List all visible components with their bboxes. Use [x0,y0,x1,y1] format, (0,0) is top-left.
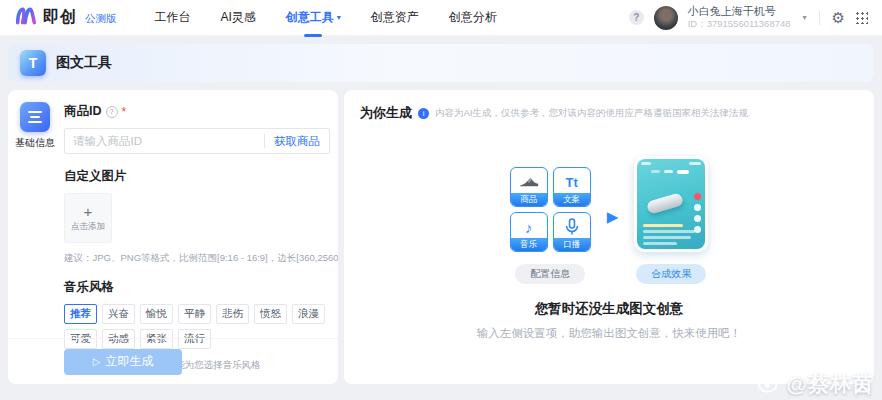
generate-button[interactable]: ▷ 立即生成 [64,349,182,375]
avatar[interactable] [654,6,678,30]
product-id-input[interactable] [65,135,264,147]
preview-title: 为你生成 [360,104,412,122]
tab-label: 基础信息 [15,136,55,150]
config-column: 商品 Tt 文案 ♪ 音乐 [510,167,591,284]
page-header: T 图文工具 [8,44,874,82]
config-grid: 商品 Tt 文案 ♪ 音乐 [510,167,591,252]
product-id-label: 商品ID [64,103,102,120]
top-navbar: 即创 公测版 工作台 AI灵感 创意工具▾ 创意资产 创意分析 ? 小白兔上海干… [0,0,882,36]
question-circle-icon[interactable]: ? [106,106,118,118]
fetch-product-button[interactable]: 获取商品 [265,134,329,149]
navbar-right: ? 小白兔上海干机号 ID：3791556011368748 ▾ ⚙ [629,5,868,31]
result-pill: 合成效果 [636,264,706,284]
required-mark: * [122,105,127,119]
tag-joyful[interactable]: 愉悦 [140,304,173,324]
upload-hint: 建议：JPG、PNG等格式，比例范围[9:16 - 16:9]，边长[360,2… [64,252,330,265]
config-card-product: 商品 [510,167,548,207]
logo-text: 即创 [43,7,77,28]
generate-label: 立即生成 [105,353,153,370]
config-card-label: 商品 [511,193,547,206]
comment-icon [694,204,701,211]
app-root: 即创 公测版 工作台 AI灵感 创意工具▾ 创意资产 创意分析 ? 小白兔上海干… [0,0,882,400]
document-icon [20,102,50,132]
empty-state-subtitle: 输入左侧设置项，助您输出图文创意，快来使用吧！ [344,326,874,341]
divider [819,11,820,25]
custom-image-label: 自定义图片 [64,168,330,185]
phone-mockup [634,156,708,252]
nav-item-creative-assets[interactable]: 创意资产 [371,9,419,26]
weibo-icon [757,370,783,398]
tag-angry[interactable]: 愤怒 [254,304,287,324]
ai-disclaimer: 内容为AI生成，仅供参考，您对该内容的使用应严格遵循国家相关法律法规 [435,107,748,120]
shoe-icon [518,172,540,192]
image-upload-button[interactable]: + 点击添加 [64,193,112,243]
tab-basic-info[interactable]: 基础信息 [8,102,62,150]
chevron-down-icon[interactable]: ▾ [803,13,807,22]
logo-icon [14,6,38,30]
chevron-down-icon: ▾ [337,13,341,22]
tool-icon: T [20,50,46,76]
config-card-label: 口播 [554,238,590,251]
navbar-left: 即创 公测版 工作台 AI灵感 创意工具▾ 创意资产 创意分析 [14,6,497,30]
user-menu[interactable]: 小白兔上海干机号 ID：3791556011368748 [688,5,791,31]
page-title: 图文工具 [56,54,112,72]
phone-screen [637,159,705,249]
tag-romantic[interactable]: 浪漫 [292,304,325,324]
user-id: ID：3791556011368748 [688,18,791,30]
user-name: 小白兔上海干机号 [688,5,791,19]
apps-grid-icon[interactable] [855,11,868,24]
product-id-input-row: 获取商品 [64,128,330,154]
empty-state-illustration: 商品 Tt 文案 ♪ 音乐 [344,156,874,284]
favorite-icon [694,215,701,222]
music-note-icon: ♪ [525,217,533,237]
settings-form: 商品ID ? * 获取商品 自定义图片 + 点击添加 建议：JPG、PNG等格式… [64,90,330,338]
weibo-watermark: @蔡林茵 [757,370,874,398]
config-card-copy: Tt 文案 [553,167,591,207]
preview-header: 为你生成 i 内容为AI生成，仅供参考，您对该内容的使用应严格遵循国家相关法律法… [344,90,874,122]
config-card-voiceover: 口播 [553,212,591,252]
config-card-label: 音乐 [511,238,547,251]
empty-state-title: 您暂时还没生成图文创意 [344,300,874,318]
nav-item-ai-inspiration[interactable]: AI灵感 [221,9,256,26]
tag-calm[interactable]: 平静 [178,304,211,324]
nav-item-workbench[interactable]: 工作台 [155,9,191,26]
tag-recommend[interactable]: 推荐 [64,304,97,324]
main-nav: 工作台 AI灵感 创意工具▾ 创意资产 创意分析 [155,9,497,26]
nav-item-label: 创意工具 [286,10,334,24]
product-id-label-row: 商品ID ? * [64,103,330,120]
gear-icon[interactable]: ⚙ [832,10,845,25]
like-icon [694,193,701,200]
product-image-placeholder [646,192,684,214]
arrow-right-icon: ▶ [607,208,619,226]
result-column: 合成效果 [634,156,708,284]
app-logo[interactable]: 即创 [14,6,77,30]
panel-footer: ▷ 立即生成 [8,338,338,384]
help-icon[interactable]: ? [629,10,644,25]
tag-excited[interactable]: 兴奋 [102,304,135,324]
config-card-label: 文案 [554,193,590,206]
plus-icon: + [84,204,93,219]
share-icon [694,226,701,233]
beta-badge: 公测版 [85,12,117,26]
config-pill: 配置信息 [515,264,585,284]
tag-sad[interactable]: 悲伤 [216,304,249,324]
nav-item-creative-analysis[interactable]: 创意分析 [449,9,497,26]
nav-item-creative-tools[interactable]: 创意工具▾ [286,9,341,26]
upload-text: 点击添加 [71,221,105,233]
info-icon: i [418,108,429,119]
play-icon: ▷ [93,356,101,367]
text-icon: Tt [566,172,578,192]
config-card-music: ♪ 音乐 [510,212,548,252]
music-style-label: 音乐风格 [64,279,330,296]
microphone-icon [565,217,579,237]
settings-panel: 基础信息 商品ID ? * 获取商品 自定义图片 + 点击添加 建议：JPG、P… [8,90,338,384]
preview-panel: 为你生成 i 内容为AI生成，仅供参考，您对该内容的使用应严格遵循国家相关法律法… [344,90,874,384]
watermark-text: @蔡林茵 [787,370,874,398]
